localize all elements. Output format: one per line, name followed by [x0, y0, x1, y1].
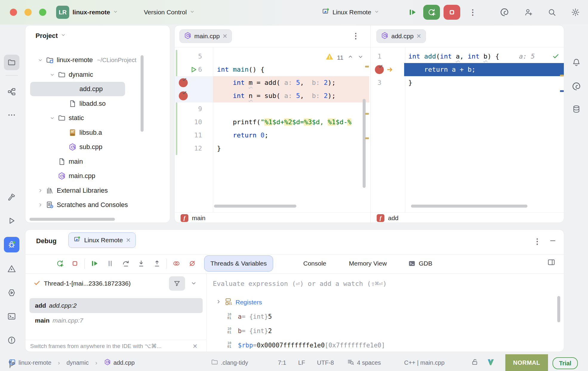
chevron-up-icon[interactable]: [347, 53, 354, 60]
stripe-item-database[interactable]: [569, 101, 584, 117]
rerun-debug-button[interactable]: [55, 258, 65, 269]
code-text[interactable]: int m = add( a: 5, b: 2);: [213, 76, 369, 89]
editor-gutter[interactable]: [371, 63, 404, 76]
stripe-item-terminal[interactable]: [4, 309, 19, 324]
layout-settings-icon[interactable]: [547, 258, 555, 268]
step-over-button[interactable]: [121, 258, 131, 269]
tab-memory-view[interactable]: Memory View: [343, 255, 393, 272]
evaluate-expression-field[interactable]: Evaluate expression (⏎) or add a watch (…: [206, 274, 564, 293]
clang-tidy-widget[interactable]: .clang-tidy: [211, 354, 248, 371]
project-menu[interactable]: linux-remote: [73, 0, 118, 24]
inspections-widget[interactable]: 11: [326, 53, 364, 62]
project-horizontal-scrollbar[interactable]: [30, 218, 115, 221]
tree-item-main[interactable]: main: [25, 154, 170, 169]
chevron-down-icon[interactable]: [49, 115, 55, 121]
code-text[interactable]: }: [404, 76, 564, 89]
editor-gutter[interactable]: [175, 89, 213, 102]
stripe-item-structure[interactable]: [4, 84, 19, 99]
step-into-button[interactable]: [136, 258, 147, 269]
stripe-item-more[interactable]: [4, 107, 19, 123]
editor-gutter[interactable]: 12: [175, 142, 213, 155]
window-close-button[interactable]: [10, 9, 17, 16]
stop-button[interactable]: [444, 5, 460, 20]
editor-gutter[interactable]: 1: [371, 50, 404, 63]
stripe-item-services[interactable]: [4, 285, 19, 301]
stripe-item-build[interactable]: [4, 189, 19, 205]
filter-icon[interactable]: [173, 280, 181, 287]
indent-widget[interactable]: 4 spaces: [347, 354, 381, 371]
stack-frame-main[interactable]: mainmain.cpp:7: [30, 313, 203, 328]
tab-gdb[interactable]: GDB: [402, 255, 438, 272]
editor-gutter[interactable]: 10: [175, 116, 213, 129]
thread-selector[interactable]: Thread-1-[mai...2336.1872336): [25, 274, 206, 293]
language-widget[interactable]: C++ | main.cpp: [404, 354, 444, 371]
tree-item-main-cpp[interactable]: Cmain.cpp: [25, 169, 170, 183]
stop-outline-button[interactable]: [70, 258, 80, 269]
editor-vertical-scrollbar[interactable]: [363, 99, 366, 188]
stripe-item-debug[interactable]: [4, 237, 19, 252]
tree-item-static[interactable]: static: [25, 111, 170, 125]
view-breakpoints-button[interactable]: [171, 258, 182, 269]
close-icon[interactable]: ✕: [126, 237, 131, 244]
mute-breakpoints-button[interactable]: [187, 258, 198, 269]
tree-item-sub-cpp[interactable]: Csub.cpp: [25, 140, 170, 154]
more-options-button[interactable]: ⋮: [467, 7, 478, 18]
settings-button[interactable]: [570, 7, 581, 18]
editor-horizontal-scrollbar[interactable]: [214, 205, 296, 208]
tab-add-cpp[interactable]: C add.cpp ✕: [376, 29, 426, 43]
chevron-down-icon[interactable]: [190, 280, 197, 287]
code-text[interactable]: printf("%1$d+%2$d=%3$d, %1$d-%: [213, 116, 369, 129]
debug-more-icon[interactable]: ⋮: [533, 237, 541, 245]
resume-button[interactable]: [407, 7, 418, 18]
window-maximize-button[interactable]: [39, 9, 46, 16]
code-text[interactable]: return a + b;: [404, 63, 564, 76]
lock-widget[interactable]: [471, 354, 479, 371]
project-vertical-scrollbar[interactable]: [141, 55, 144, 132]
minimize-icon[interactable]: [549, 237, 557, 246]
registers-group[interactable]: 01Registers: [206, 295, 561, 309]
stripe-item-notifications[interactable]: [569, 55, 584, 70]
project-badge[interactable]: LR: [56, 6, 69, 19]
chevron-down-icon[interactable]: [357, 53, 364, 60]
encoding-widget[interactable]: UTF-8: [317, 354, 334, 371]
stripe-item-ai-assistant[interactable]: [569, 79, 584, 94]
tab-console[interactable]: Console: [297, 255, 332, 272]
run-config-selector[interactable]: Linux Remote: [322, 0, 380, 24]
breadcrumb-file[interactable]: add.cpp: [113, 359, 135, 366]
code-text[interactable]: int add(int a, int b) {a: 5: [404, 50, 564, 63]
tree-item-external-libraries[interactable]: External Libraries: [25, 183, 170, 198]
editor-gutter[interactable]: 11: [175, 129, 213, 142]
tree-item-scratches-and-consoles[interactable]: Scratches and Consoles: [25, 198, 170, 212]
search-everywhere-button[interactable]: [547, 7, 557, 18]
vim-icon[interactable]: [487, 354, 495, 371]
line-ending-widget[interactable]: LF: [298, 354, 305, 371]
variable-row-rbp[interactable]: 1001$rbp = 0x00007fffffffe1e0 [0x7ffffff…: [206, 338, 561, 352]
run-line-icon[interactable]: [190, 65, 198, 74]
code-text[interactable]: int n = sub( a: 5, b: 2);: [213, 89, 369, 102]
license-badge[interactable]: Trial: [552, 357, 578, 369]
inspection-ok-icon[interactable]: [552, 52, 560, 60]
caret-position-widget[interactable]: 7:1: [278, 354, 286, 371]
editor-horizontal-scrollbar[interactable]: [411, 205, 527, 208]
editor-gutter[interactable]: 6: [175, 63, 213, 76]
tree-item-dynamic[interactable]: dynamic: [25, 68, 170, 82]
vim-mode-indicator[interactable]: NORMAL: [505, 354, 548, 371]
stack-frame-add[interactable]: addadd.cpp:2: [30, 298, 203, 313]
editor-more-icon[interactable]: ⋮: [352, 32, 360, 40]
pause-button[interactable]: [105, 258, 116, 269]
editor-gutter[interactable]: 5: [175, 50, 213, 63]
editor-gutter[interactable]: 9: [175, 102, 213, 116]
breadcrumb-project[interactable]: linux-remote: [19, 359, 51, 366]
tree-item-add-cpp[interactable]: Cadd.cpp: [25, 82, 170, 96]
code-text[interactable]: return 0;: [213, 129, 369, 142]
variable-row-a[interactable]: 1001a = {int} 5: [206, 309, 561, 324]
window-minimize-button[interactable]: [24, 9, 32, 16]
tree-item-libsub-a[interactable]: libsub.a: [25, 125, 170, 140]
variables-scrollbar[interactable]: [557, 296, 560, 322]
debug-session-tab[interactable]: Linux Remote ✕: [68, 232, 136, 248]
tool-window-toggle-icon[interactable]: [8, 358, 16, 366]
breadcrumb[interactable]: linux-remote › dynamic › C add.cpp: [8, 354, 135, 371]
chevron-right-icon[interactable]: [37, 188, 43, 194]
stripe-item-problems[interactable]: [4, 332, 19, 348]
chevron-right-icon[interactable]: [215, 298, 222, 305]
